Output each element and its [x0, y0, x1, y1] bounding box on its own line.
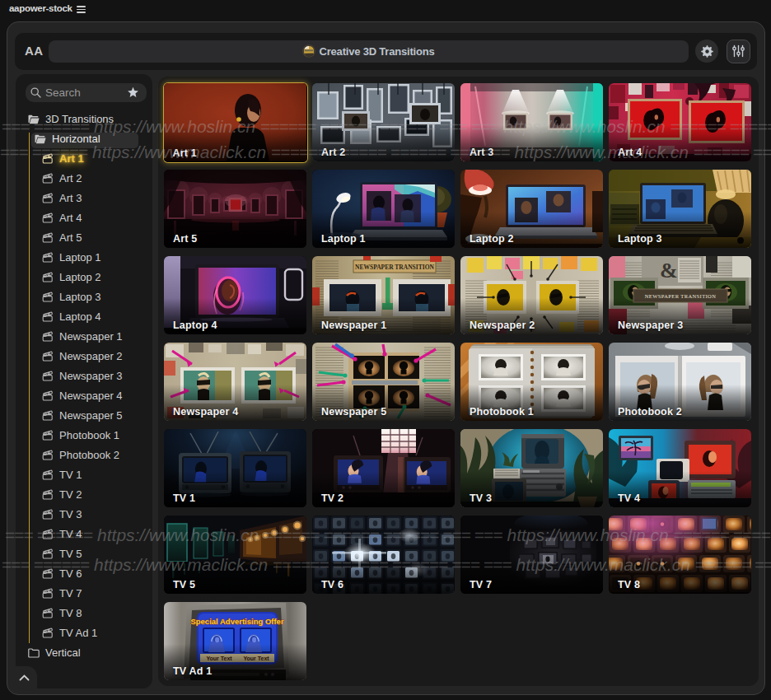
svg-text:NEWSPAPER TRANSITION: NEWSPAPER TRANSITION [355, 264, 434, 271]
svg-text:Special Advertising Offer: Special Advertising Offer [190, 617, 283, 626]
svg-text:&: & [660, 259, 678, 282]
